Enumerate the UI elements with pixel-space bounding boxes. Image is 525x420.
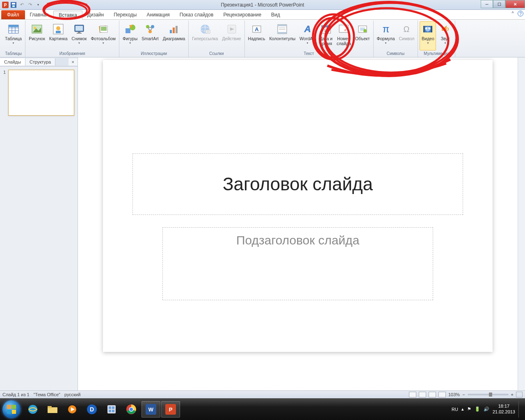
video-button[interactable]: Видео▼ [420,21,436,50]
slide-canvas-area[interactable]: Заголовок слайда Подзаголовок слайда [78,57,518,390]
object-label: Объект [355,37,370,41]
minimize-ribbon-icon[interactable]: ^ [509,11,516,17]
svg-point-55 [363,29,367,32]
tab-показ слайдов[interactable]: Показ слайдов [175,10,219,19]
tab-рецензирование[interactable]: Рецензирование [218,10,266,19]
file-tab[interactable]: Файл [1,10,25,19]
tray-time: 18:17 [493,404,515,409]
zoom-percent[interactable]: 103% [448,392,460,397]
powerpoint-icon: P [2,1,9,9]
table-button[interactable]: Таблица▼ [3,21,23,50]
object-button[interactable]: Объект [354,21,372,50]
hyperlink-icon [199,23,212,36]
window-controls: ─ ☐ ✕ [481,0,525,8]
thumbnail-1[interactable]: 1 [3,70,74,116]
close-button[interactable]: ✕ [505,0,525,8]
ribbon-group-иллюстрации: Фигуры▼SmartArtДиаграммаИллюстрации [119,21,189,57]
screenshot-icon [73,23,86,36]
help-icon[interactable]: ? [518,11,523,16]
headerfooter-label: Колонтитулы [269,37,295,41]
tray-arrow-icon[interactable]: ▴ [461,406,464,412]
show-desktop-button[interactable] [518,401,523,418]
svg-rect-10 [9,25,18,27]
smartart-button[interactable]: SmartArt [140,21,160,50]
ribbon-group-таблицы: Таблица▼Таблицы [2,21,25,57]
photoalbum-button[interactable]: Фотоальбом▼ [89,21,117,50]
fit-window-button[interactable] [516,392,523,397]
taskbar-app-generic[interactable] [102,401,121,418]
save-icon[interactable] [10,1,17,9]
taskbar-word[interactable]: W [142,401,160,418]
redo-icon[interactable]: ↷ [26,1,34,9]
tray-volume-icon[interactable]: 🔊 [484,406,489,412]
title-placeholder[interactable]: Заголовок слайда [132,153,463,215]
tray-battery-icon[interactable]: 🔋 [475,406,480,412]
tray-clock[interactable]: 18:17 21.02.2013 [493,404,515,415]
status-bar: Слайд 1 из 1 "Тема Office" русский 103% … [0,390,525,398]
headerfooter-button[interactable]: Колонтитулы [267,21,297,50]
zoom-slider[interactable] [468,394,509,395]
tab-дизайн[interactable]: Дизайн [82,10,109,19]
textbox-button[interactable]: AНадпись [247,21,267,50]
slidenum-icon: # [337,23,350,36]
status-language[interactable]: русский [64,392,80,397]
reading-view-button[interactable] [429,392,436,397]
datetime-button[interactable]: 17Дата и время [318,21,334,50]
svg-rect-20 [77,33,82,34]
table-dropdown-icon: ▼ [12,42,15,44]
undo-icon[interactable]: ↶ [18,1,25,9]
taskbar-explorer[interactable] [43,401,62,418]
shapes-button[interactable]: Фигуры▼ [121,21,139,50]
subtitle-placeholder[interactable]: Подзаголовок слайда [162,227,433,300]
slidenum-label: Номер слайда [337,37,351,46]
symbol-label: Символ [399,37,415,41]
normal-view-button[interactable] [409,392,416,397]
tray-language[interactable]: RU [452,407,458,412]
minimize-button[interactable]: ─ [481,0,493,8]
tab-анимация[interactable]: Анимация [142,10,174,19]
tray-flag-icon[interactable]: ⚑ [467,406,471,412]
start-button[interactable] [2,400,21,418]
thumbnail-preview[interactable] [8,70,74,116]
wordart-icon: A [301,23,314,36]
window-title: Презентация1 - Microsoft PowerPoint [221,2,304,8]
equation-label: Формула [377,37,395,41]
qat-dropdown-icon[interactable]: ▾ [34,1,42,9]
screenshot-button[interactable]: Снимок▼ [70,21,88,50]
audio-label: Звук [441,37,450,41]
subtitle-placeholder-text: Подзаголовок слайда [236,233,359,247]
equation-button[interactable]: πФормула▼ [375,21,397,50]
taskbar-app-d[interactable]: D [82,401,101,418]
taskbar-mediaplayer[interactable] [63,401,82,418]
slide[interactable]: Заголовок слайда Подзаголовок слайда [103,60,493,352]
tab-outline[interactable]: Структура [25,58,55,66]
slideshow-view-button[interactable] [438,392,446,397]
svg-rect-30 [170,30,172,33]
maximize-button[interactable]: ☐ [493,0,505,8]
chart-button[interactable]: Диаграмма [161,21,187,50]
svg-point-28 [151,25,154,28]
zoom-in-button[interactable]: + [511,392,514,397]
taskbar-chrome[interactable] [122,401,141,418]
taskbar-ie[interactable] [23,401,42,418]
tab-вид[interactable]: Вид [266,10,285,19]
zoom-out-button[interactable]: − [462,392,465,397]
tab-переходы[interactable]: Переходы [109,10,142,19]
shapes-dropdown-icon: ▼ [129,42,131,44]
close-panel-button[interactable]: × [68,58,78,66]
tab-главная[interactable]: Главная [25,10,54,19]
svg-point-27 [146,25,149,28]
wordart-button[interactable]: AWordArt▼ [298,21,317,50]
tab-вставка[interactable]: Вставка [53,11,82,20]
svg-rect-75 [112,406,114,409]
clipart-button[interactable]: Картинка [48,21,69,50]
picture-button[interactable]: Рисунок [27,21,47,50]
sorter-view-button[interactable] [419,392,426,397]
taskbar-powerpoint[interactable]: P [161,401,180,418]
status-theme: "Тема Office" [34,392,60,397]
slidenum-button[interactable]: #Номер слайда [335,21,353,50]
audio-button[interactable]: Звук▼ [437,21,453,50]
hyperlink-label: Гиперссылка [192,37,218,41]
tab-slides[interactable]: Слайды [0,58,25,66]
vertical-scrollbar[interactable] [518,57,525,390]
